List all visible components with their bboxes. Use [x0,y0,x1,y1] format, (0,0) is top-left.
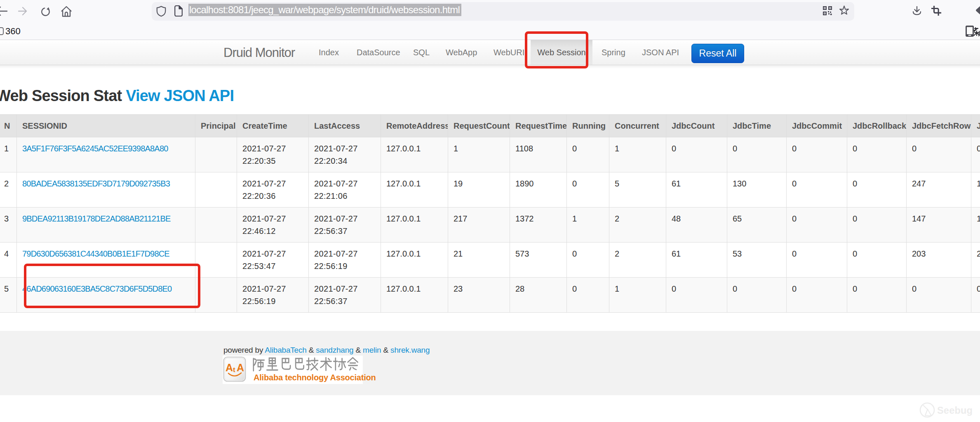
svg-text:A: A [226,362,233,373]
svg-text:Seebug: Seebug [937,405,973,416]
svg-text:t: t [233,366,235,374]
svg-text:A: A [237,362,244,373]
